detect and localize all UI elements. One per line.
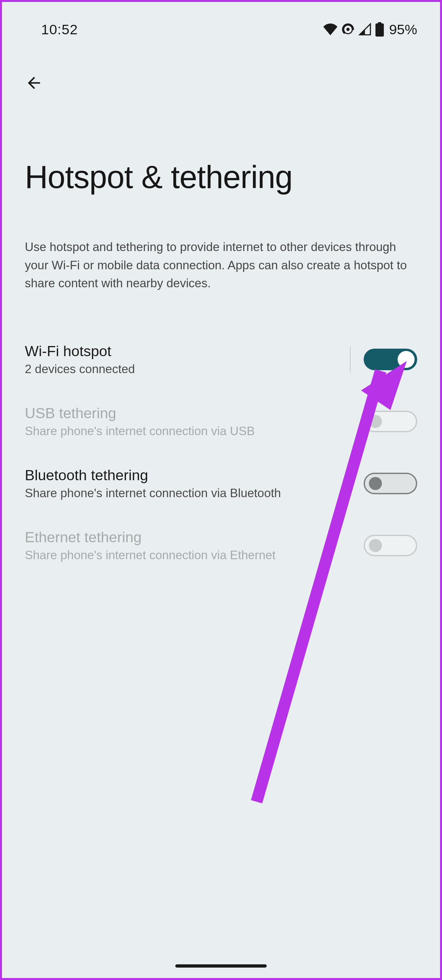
status-bar: 10:52 95% bbox=[2, 2, 440, 41]
battery-icon bbox=[375, 22, 384, 37]
setting-subtitle: Share phone's internet connection via Et… bbox=[25, 549, 364, 562]
arrow-left-icon bbox=[25, 74, 43, 92]
wifi-icon bbox=[323, 24, 337, 35]
svg-point-0 bbox=[347, 28, 350, 31]
usb-tethering-toggle bbox=[364, 410, 417, 432]
setting-subtitle: Share phone's internet connection via US… bbox=[25, 425, 364, 438]
setting-title: Bluetooth tethering bbox=[25, 467, 364, 484]
hotspot-icon bbox=[342, 23, 355, 36]
svg-rect-3 bbox=[378, 22, 381, 24]
bluetooth-tethering-toggle[interactable] bbox=[364, 473, 417, 494]
setting-ethernet-tethering: Ethernet tethering Share phone's interne… bbox=[2, 514, 440, 576]
toggle-knob bbox=[397, 351, 415, 368]
setting-wifi-hotspot[interactable]: Wi-Fi hotspot 2 devices connected bbox=[2, 328, 440, 390]
ethernet-tethering-toggle bbox=[364, 535, 417, 556]
wifi-hotspot-toggle[interactable] bbox=[364, 348, 417, 370]
toggle-knob bbox=[369, 477, 382, 490]
status-time: 10:52 bbox=[41, 22, 78, 38]
back-button[interactable] bbox=[22, 70, 46, 97]
setting-title: Wi-Fi hotspot bbox=[25, 343, 350, 360]
setting-subtitle: 2 devices connected bbox=[25, 362, 350, 376]
svg-rect-2 bbox=[375, 24, 384, 37]
navigation-pill[interactable] bbox=[175, 964, 267, 967]
status-icons: 95% bbox=[323, 22, 417, 38]
divider bbox=[350, 346, 351, 372]
signal-icon bbox=[358, 23, 372, 36]
setting-title: USB tethering bbox=[25, 405, 364, 422]
page-title: Hotspot & tethering bbox=[2, 159, 440, 196]
toggle-knob bbox=[369, 415, 382, 428]
setting-usb-tethering: USB tethering Share phone's internet con… bbox=[2, 390, 440, 452]
toggle-knob bbox=[369, 539, 382, 552]
settings-list: Wi-Fi hotspot 2 devices connected USB te… bbox=[2, 328, 440, 576]
setting-subtitle: Share phone's internet connection via Bl… bbox=[25, 487, 364, 500]
battery-percentage: 95% bbox=[389, 22, 417, 38]
setting-title: Ethernet tethering bbox=[25, 529, 364, 546]
setting-bluetooth-tethering[interactable]: Bluetooth tethering Share phone's intern… bbox=[2, 452, 440, 514]
page-description: Use hotspot and tethering to provide int… bbox=[2, 238, 440, 293]
